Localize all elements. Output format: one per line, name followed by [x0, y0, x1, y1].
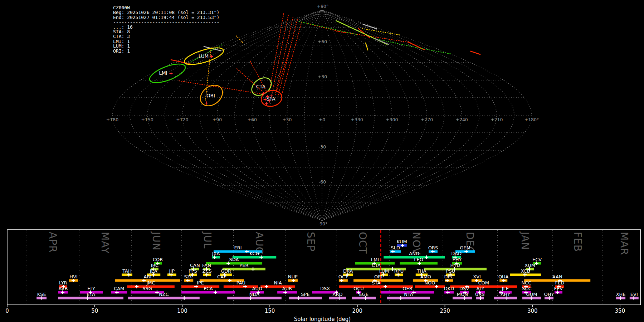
shower-activity-bar [415, 286, 445, 288]
grid-meridian [322, 10, 357, 220]
shower-code-label: TAH [122, 268, 132, 274]
shower-activity-bar [111, 291, 127, 294]
shower-hvi: HVI [69, 274, 78, 282]
shower-code-label: GDR [221, 268, 231, 274]
radiant-label-lmi: LMI [159, 70, 167, 76]
shower-activity-bar [227, 297, 282, 299]
longitude-label: +180 [106, 117, 118, 122]
shower-urs: URS [475, 292, 485, 300]
shower-code-label: HYD [450, 263, 460, 268]
shower-szc: SZC [184, 274, 193, 282]
longitude-label: +90 [213, 117, 222, 122]
shower-code-label: SZC [184, 274, 193, 279]
shower-activity-bar [453, 297, 472, 299]
radiant-mark [170, 72, 173, 75]
grid-meridian [322, 10, 444, 220]
meteor-observation-screen: { "info": { "station": "CZ000W", "lines"… [0, 0, 644, 322]
meteor-trail [336, 31, 409, 42]
shower-activity-bar [289, 297, 322, 299]
shower-code-label: XUM [525, 263, 535, 268]
shower-code-label: RPU [394, 268, 404, 274]
x-tick-label: 0 [5, 308, 9, 314]
shower-code-label: JLE [502, 286, 509, 291]
shower-dpc: DPC [444, 274, 454, 282]
shower-code-label: EHY [453, 257, 462, 262]
observation-info: CZ000W Beg: 20251026 20:11:08 (sol = 213… [113, 5, 219, 53]
latitude-label: -30 [319, 144, 326, 150]
shower-code-label: NTA [404, 292, 413, 297]
shower-code-label: AHY [501, 292, 510, 297]
shower-code-label: COR [153, 257, 163, 262]
month-label: JUL [201, 231, 213, 249]
shower-code-label: MON [457, 292, 468, 297]
shower-code-label: DSV [459, 286, 469, 291]
meteor-trail [236, 36, 244, 44]
radiant-label-ori: ORI [206, 93, 215, 98]
meteor-trail [362, 29, 401, 35]
shower-activity-bar [233, 256, 276, 259]
shower-code-label: PPS [189, 268, 197, 274]
shower-activity-bar [387, 297, 430, 299]
longitude-label: +60 [247, 117, 257, 122]
x-tick-label: 350 [615, 308, 625, 314]
month-label: MAR [618, 232, 630, 255]
grid-meridian [322, 10, 427, 220]
x-tick-label: 150 [265, 308, 275, 314]
shower-cam: CAM [111, 286, 127, 294]
grid-meridian [217, 10, 322, 220]
shower-kse: KSE [36, 292, 47, 300]
shower-code-label: ORI [374, 274, 382, 279]
shower-ors: ORS [428, 245, 438, 253]
latitude-label: +30 [318, 74, 327, 79]
shower-code-label: SDA [229, 257, 239, 262]
shower-activity-bar [122, 274, 132, 276]
grid-meridian [270, 10, 322, 220]
shower-dkd: DKD [444, 286, 454, 294]
shower-code-label: JEA [150, 268, 157, 274]
shower-code-label: XVI [473, 274, 481, 279]
shower-code-label: AAN [552, 274, 562, 279]
separator: -------------------------------------- [113, 20, 219, 24]
count-sporadic: ...: 16 [113, 25, 219, 29]
radiant-label-cta: CTA [256, 84, 266, 89]
latitude-label: +60 [318, 39, 327, 44]
month-label: OCT [357, 232, 369, 254]
shower-code-label: ORS [428, 245, 438, 250]
x-tick-label: 250 [440, 308, 450, 314]
shower-code-label: KCG [250, 251, 259, 256]
shower-code-label: OCT [338, 274, 348, 279]
shower-code-label: CAP [217, 274, 226, 279]
begin-time: Beg: 20251026 20:11:08 (sol = 213.31°) [113, 10, 219, 15]
shower-code-label: AUR [282, 286, 292, 291]
meteor-trail [363, 24, 376, 29]
shower-rpu: RPU [394, 268, 404, 277]
count-sta: STA: 8 [113, 29, 219, 34]
meteor-trail [375, 39, 452, 54]
shower-activity-bar [277, 291, 297, 294]
month-label: SEP [305, 232, 317, 252]
meteor-trail [281, 22, 302, 98]
shower-jxa: JXA [212, 251, 220, 259]
shower-tah: TAH [122, 268, 132, 277]
shower-code-label: LYR [59, 280, 67, 286]
pole-label-south: -90° [318, 221, 328, 226]
shower-code-label: LEO [414, 257, 423, 262]
meteor-trail [275, 17, 293, 95]
shower-code-label: SPE [301, 292, 309, 297]
month-label: JAN [519, 231, 531, 250]
radiant-ellipse-lmi [147, 60, 188, 86]
shower-code-label: URS [475, 292, 485, 297]
radiant-label-lum: LUM [199, 53, 209, 59]
shower-ahy: AHY [494, 292, 517, 300]
shower-code-label: XCB [521, 268, 530, 274]
shower-code-label: JMC [146, 280, 155, 286]
shower-code-label: THA [416, 268, 426, 274]
shower-sld: SLD [390, 245, 401, 253]
shower-code-label: EGE [359, 292, 369, 297]
radiant-mark [205, 102, 208, 105]
shower-code-label: SSG [142, 286, 152, 291]
shower-code-label: AND [409, 251, 419, 256]
shower-code-label: ARI [144, 274, 152, 279]
shower-code-label: PAU [236, 280, 245, 286]
shower-jip: JIP [167, 268, 176, 277]
